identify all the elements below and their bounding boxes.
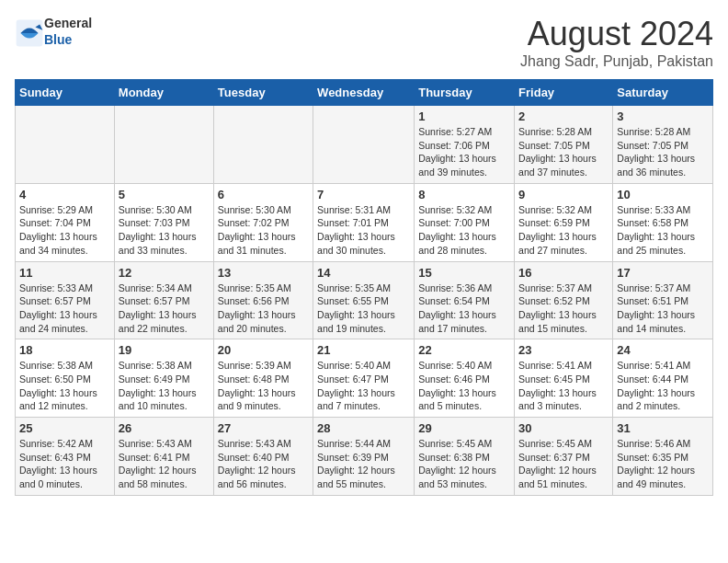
calendar-cell: 13Sunrise: 5:35 AM Sunset: 6:56 PM Dayli… <box>213 261 313 339</box>
calendar-cell: 25Sunrise: 5:42 AM Sunset: 6:43 PM Dayli… <box>16 418 115 496</box>
day-info: Sunrise: 5:46 AM Sunset: 6:35 PM Dayligh… <box>617 437 709 491</box>
calendar-cell: 3Sunrise: 5:28 AM Sunset: 7:05 PM Daylig… <box>613 106 713 184</box>
day-number: 17 <box>617 266 709 280</box>
day-number: 9 <box>518 188 609 201</box>
calendar-cell: 18Sunrise: 5:38 AM Sunset: 6:50 PM Dayli… <box>16 339 115 418</box>
day-number: 25 <box>19 421 110 435</box>
week-row-3: 11Sunrise: 5:33 AM Sunset: 6:57 PM Dayli… <box>16 261 713 339</box>
weekday-header-saturday: Saturday <box>613 80 713 106</box>
day-number: 13 <box>218 266 309 280</box>
weekday-header-thursday: Thursday <box>415 80 515 106</box>
weekday-header-wednesday: Wednesday <box>313 80 415 106</box>
day-info: Sunrise: 5:32 AM Sunset: 7:00 PM Dayligh… <box>418 203 510 258</box>
calendar-cell: 29Sunrise: 5:45 AM Sunset: 6:38 PM Dayli… <box>415 418 515 496</box>
day-number: 2 <box>518 109 609 123</box>
day-info: Sunrise: 5:30 AM Sunset: 7:02 PM Dayligh… <box>218 203 309 258</box>
day-info: Sunrise: 5:40 AM Sunset: 6:46 PM Dayligh… <box>418 359 510 413</box>
day-info: Sunrise: 5:38 AM Sunset: 6:49 PM Dayligh… <box>119 359 210 413</box>
logo-icon <box>15 18 40 44</box>
day-info: Sunrise: 5:45 AM Sunset: 6:37 PM Dayligh… <box>518 437 609 491</box>
calendar-cell: 10Sunrise: 5:33 AM Sunset: 6:58 PM Dayli… <box>613 183 713 261</box>
day-info: Sunrise: 5:43 AM Sunset: 6:40 PM Dayligh… <box>218 437 309 491</box>
logo-general: General <box>44 16 92 30</box>
day-number: 10 <box>617 188 709 201</box>
calendar-cell: 8Sunrise: 5:32 AM Sunset: 7:00 PM Daylig… <box>415 183 515 261</box>
day-info: Sunrise: 5:37 AM Sunset: 6:52 PM Dayligh… <box>518 282 609 336</box>
calendar-table: SundayMondayTuesdayWednesdayThursdayFrid… <box>15 79 713 496</box>
logo-blue: Blue <box>44 32 72 47</box>
day-number: 6 <box>218 188 309 201</box>
day-number: 11 <box>19 266 110 280</box>
day-number: 3 <box>617 109 709 123</box>
logo-text: General Blue <box>44 15 92 48</box>
day-info: Sunrise: 5:28 AM Sunset: 7:05 PM Dayligh… <box>518 125 609 179</box>
calendar-cell: 7Sunrise: 5:31 AM Sunset: 7:01 PM Daylig… <box>313 183 415 261</box>
day-info: Sunrise: 5:42 AM Sunset: 6:43 PM Dayligh… <box>19 437 110 491</box>
calendar-cell: 2Sunrise: 5:28 AM Sunset: 7:05 PM Daylig… <box>515 106 613 184</box>
calendar-cell: 1Sunrise: 5:27 AM Sunset: 7:06 PM Daylig… <box>415 106 515 184</box>
calendar-cell: 20Sunrise: 5:39 AM Sunset: 6:48 PM Dayli… <box>213 339 313 418</box>
day-number: 20 <box>218 343 309 357</box>
day-number: 15 <box>418 266 510 280</box>
calendar-cell: 9Sunrise: 5:32 AM Sunset: 6:59 PM Daylig… <box>515 183 613 261</box>
day-number: 4 <box>19 188 110 201</box>
day-number: 23 <box>518 343 609 357</box>
calendar-cell: 4Sunrise: 5:29 AM Sunset: 7:04 PM Daylig… <box>16 183 115 261</box>
weekday-header-sunday: Sunday <box>16 80 115 106</box>
week-row-4: 18Sunrise: 5:38 AM Sunset: 6:50 PM Dayli… <box>16 339 713 418</box>
week-row-5: 25Sunrise: 5:42 AM Sunset: 6:43 PM Dayli… <box>16 418 713 496</box>
calendar-cell: 12Sunrise: 5:34 AM Sunset: 6:57 PM Dayli… <box>114 261 213 339</box>
day-info: Sunrise: 5:31 AM Sunset: 7:01 PM Dayligh… <box>317 203 410 258</box>
day-number: 29 <box>418 421 510 435</box>
day-info: Sunrise: 5:33 AM Sunset: 6:57 PM Dayligh… <box>19 282 110 336</box>
location-title: Jhang Sadr, Punjab, Pakistan <box>520 53 713 70</box>
day-info: Sunrise: 5:43 AM Sunset: 6:41 PM Dayligh… <box>119 437 210 491</box>
calendar-cell: 17Sunrise: 5:37 AM Sunset: 6:51 PM Dayli… <box>613 261 713 339</box>
day-number: 5 <box>119 188 210 201</box>
day-info: Sunrise: 5:32 AM Sunset: 6:59 PM Dayligh… <box>518 203 609 258</box>
week-row-2: 4Sunrise: 5:29 AM Sunset: 7:04 PM Daylig… <box>16 183 713 261</box>
day-info: Sunrise: 5:45 AM Sunset: 6:38 PM Dayligh… <box>418 437 510 491</box>
calendar-cell: 21Sunrise: 5:40 AM Sunset: 6:47 PM Dayli… <box>313 339 415 418</box>
day-number: 31 <box>617 421 709 435</box>
day-number: 19 <box>119 343 210 357</box>
calendar-cell <box>213 106 313 184</box>
calendar-cell: 22Sunrise: 5:40 AM Sunset: 6:46 PM Dayli… <box>415 339 515 418</box>
calendar-cell: 27Sunrise: 5:43 AM Sunset: 6:40 PM Dayli… <box>213 418 313 496</box>
calendar-cell <box>16 106 115 184</box>
day-info: Sunrise: 5:34 AM Sunset: 6:57 PM Dayligh… <box>119 282 210 336</box>
day-info: Sunrise: 5:33 AM Sunset: 6:58 PM Dayligh… <box>617 203 709 258</box>
day-info: Sunrise: 5:36 AM Sunset: 6:54 PM Dayligh… <box>418 282 510 336</box>
weekday-header-row: SundayMondayTuesdayWednesdayThursdayFrid… <box>16 80 713 106</box>
day-number: 30 <box>518 421 609 435</box>
day-number: 24 <box>617 343 709 357</box>
weekday-header-monday: Monday <box>114 80 213 106</box>
calendar-cell: 28Sunrise: 5:44 AM Sunset: 6:39 PM Dayli… <box>313 418 415 496</box>
logo: General Blue <box>15 15 92 48</box>
day-info: Sunrise: 5:30 AM Sunset: 7:03 PM Dayligh… <box>119 203 210 258</box>
week-row-1: 1Sunrise: 5:27 AM Sunset: 7:06 PM Daylig… <box>16 106 713 184</box>
calendar-cell: 26Sunrise: 5:43 AM Sunset: 6:41 PM Dayli… <box>114 418 213 496</box>
month-title: August 2024 <box>520 15 713 53</box>
calendar-cell: 15Sunrise: 5:36 AM Sunset: 6:54 PM Dayli… <box>415 261 515 339</box>
calendar-cell <box>313 106 415 184</box>
day-info: Sunrise: 5:38 AM Sunset: 6:50 PM Dayligh… <box>19 359 110 413</box>
day-number: 8 <box>418 188 510 201</box>
day-number: 28 <box>317 421 410 435</box>
day-info: Sunrise: 5:41 AM Sunset: 6:44 PM Dayligh… <box>617 359 709 413</box>
day-number: 22 <box>418 343 510 357</box>
day-number: 16 <box>518 266 609 280</box>
calendar-cell: 14Sunrise: 5:35 AM Sunset: 6:55 PM Dayli… <box>313 261 415 339</box>
day-info: Sunrise: 5:39 AM Sunset: 6:48 PM Dayligh… <box>218 359 309 413</box>
calendar-cell <box>114 106 213 184</box>
day-info: Sunrise: 5:40 AM Sunset: 6:47 PM Dayligh… <box>317 359 410 413</box>
calendar-cell: 6Sunrise: 5:30 AM Sunset: 7:02 PM Daylig… <box>213 183 313 261</box>
day-info: Sunrise: 5:27 AM Sunset: 7:06 PM Dayligh… <box>418 125 510 179</box>
calendar-cell: 19Sunrise: 5:38 AM Sunset: 6:49 PM Dayli… <box>114 339 213 418</box>
day-info: Sunrise: 5:41 AM Sunset: 6:45 PM Dayligh… <box>518 359 609 413</box>
day-info: Sunrise: 5:35 AM Sunset: 6:56 PM Dayligh… <box>218 282 309 336</box>
day-number: 18 <box>19 343 110 357</box>
calendar-cell: 11Sunrise: 5:33 AM Sunset: 6:57 PM Dayli… <box>16 261 115 339</box>
day-number: 14 <box>317 266 410 280</box>
day-number: 7 <box>317 188 410 201</box>
